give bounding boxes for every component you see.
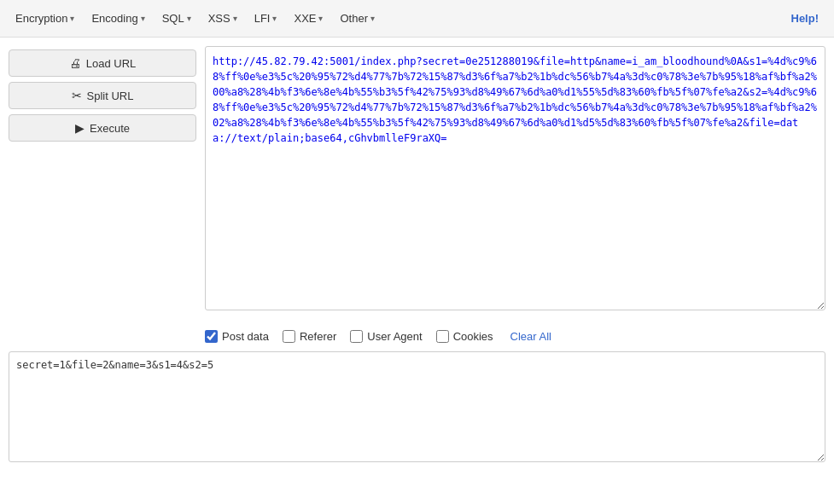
- nav-arrow-encoding: ▾: [141, 14, 145, 23]
- cookies-checkbox-label[interactable]: Cookies: [436, 330, 493, 343]
- nav-arrow-other: ▾: [370, 14, 375, 23]
- nav-item-xss[interactable]: XSS ▾: [200, 5, 246, 32]
- url-textarea[interactable]: [205, 46, 825, 310]
- nav-label-xxe: XXE: [294, 12, 316, 25]
- user-agent-checkbox[interactable]: [350, 330, 363, 343]
- execute-button[interactable]: ▶ Execute: [9, 114, 196, 142]
- post-data-area: [9, 351, 825, 465]
- split-url-icon: ✂: [72, 89, 82, 102]
- nav-item-lfi[interactable]: LFI ▾: [246, 5, 286, 32]
- load-url-button[interactable]: 🖨 Load URL: [9, 49, 196, 77]
- user-agent-checkbox-label[interactable]: User Agent: [350, 330, 422, 343]
- help-link[interactable]: Help!: [783, 5, 828, 32]
- referer-checkbox[interactable]: [283, 330, 295, 343]
- nav-item-other[interactable]: Other ▾: [331, 5, 383, 32]
- user-agent-label: User Agent: [367, 330, 422, 343]
- nav-label-encoding: Encoding: [91, 12, 137, 25]
- nav-item-encoding[interactable]: Encoding ▾: [83, 5, 153, 32]
- cookies-checkbox[interactable]: [436, 330, 449, 343]
- nav-item-xxe[interactable]: XXE ▾: [285, 5, 331, 32]
- load-url-label: Load URL: [86, 57, 137, 70]
- nav-arrow-lfi: ▾: [272, 14, 277, 23]
- url-area: [205, 46, 825, 313]
- post-data-checkbox[interactable]: [205, 330, 218, 343]
- referer-checkbox-label[interactable]: Referer: [283, 330, 336, 343]
- main-content: 🖨 Load URL ✂ Split URL ▶ Execute: [0, 38, 834, 322]
- nav-label-encryption: Encryption: [15, 12, 67, 25]
- execute-label: Execute: [90, 122, 130, 135]
- post-data-textarea[interactable]: [9, 351, 825, 462]
- top-nav: Encryption ▾ Encoding ▾ SQL ▾ XSS ▾ LFI …: [0, 0, 834, 38]
- nav-label-lfi: LFI: [254, 12, 271, 25]
- nav-label-xss: XSS: [208, 12, 230, 25]
- split-url-label: Split URL: [87, 90, 134, 102]
- cookies-label: Cookies: [453, 330, 493, 343]
- split-url-button[interactable]: ✂ Split URL: [9, 82, 196, 109]
- nav-arrow-encryption: ▾: [70, 14, 74, 23]
- nav-arrow-xxe: ▾: [318, 14, 323, 23]
- nav-label-sql: SQL: [162, 12, 184, 25]
- nav-label-other: Other: [340, 12, 368, 25]
- nav-item-sql[interactable]: SQL ▾: [154, 5, 200, 32]
- clear-all-link[interactable]: Clear All: [510, 330, 551, 343]
- referer-label: Referer: [300, 330, 336, 343]
- nav-arrow-sql: ▾: [187, 14, 191, 23]
- left-sidebar: 🖨 Load URL ✂ Split URL ▶ Execute: [9, 46, 196, 313]
- checkbox-row: Post data Referer User Agent Cookies Cle…: [0, 322, 834, 351]
- nav-arrow-xss: ▾: [233, 14, 237, 23]
- post-data-label: Post data: [222, 330, 269, 343]
- load-url-icon: 🖨: [69, 56, 81, 70]
- nav-item-encryption[interactable]: Encryption ▾: [7, 5, 83, 32]
- post-data-checkbox-label[interactable]: Post data: [205, 330, 269, 343]
- execute-icon: ▶: [75, 121, 85, 135]
